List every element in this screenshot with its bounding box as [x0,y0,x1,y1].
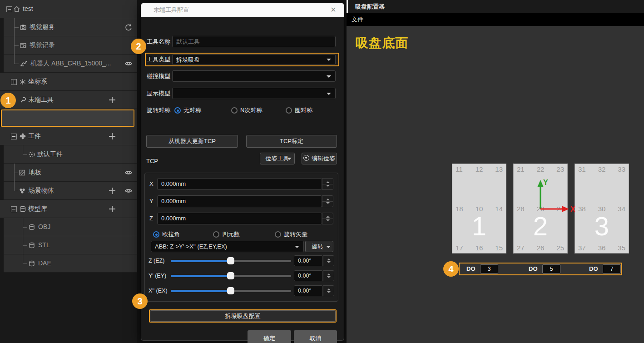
tree-item-workpieces[interactable]: 工件 [0,127,137,145]
tcp-y-input[interactable]: 0.000mm [157,195,322,207]
slider-x-handle[interactable] [227,287,234,294]
collapse-icon[interactable] [11,206,17,212]
radio-euler-angles[interactable] [153,231,159,238]
eye-icon[interactable] [124,169,133,177]
tree-item-stl[interactable]: STL [4,236,137,254]
collapse-icon[interactable] [11,134,17,139]
suction-zone-2[interactable]: 21 22 23 28 20 24 27 26 25 2 [513,164,568,254]
tcp-z-stepper[interactable] [322,213,333,224]
radio-no-symmetry[interactable] [174,107,181,114]
tree-line [14,64,19,64]
tcp-x-stepper[interactable] [322,178,333,190]
menu-file[interactable]: 文件 [347,13,368,26]
tree-item-vision-service[interactable]: 视觉服务 [4,18,137,36]
tree-item-end-tools[interactable]: 末端工具 [0,91,137,109]
slider-z-handle[interactable] [227,257,234,264]
tree-item-coordinate-system[interactable]: 坐标系 [0,73,137,91]
rotate-dropdown-button[interactable]: 旋转 [305,241,333,252]
workpiece-outline-icon [28,151,35,158]
step-badge-1: 1 [0,93,16,108]
chevron-down-icon [287,158,292,160]
cup-cell: 31 [578,165,586,175]
cup-cell: 23 [556,165,564,175]
suction-configurator-window: 吸盘配置器 文件 吸盘底面 11 12 13 18 10 14 17 16 15 [347,0,644,343]
tool-name-input[interactable]: 默认工具 [172,36,336,47]
radio-n-symmetry[interactable] [231,107,238,114]
radio-label[interactable]: N次对称 [240,106,262,115]
display-model-dropdown[interactable] [172,88,336,99]
eye-icon[interactable] [124,60,133,68]
tree-item-robot[interactable]: 机器人 ABB_CRB_15000_... [4,55,137,73]
tree-item-model-library[interactable]: 模型库 [0,200,137,218]
slider-y-value[interactable]: 0.00° [294,270,323,281]
record-icon [20,42,27,49]
tree-item-floor[interactable]: 地板 [4,164,137,182]
radio-label[interactable]: 四元数 [222,230,240,239]
tool-name-label: 工具名称 [147,36,170,47]
suction-zone-1[interactable]: 11 12 13 18 10 14 17 16 15 1 [452,164,506,254]
slider-z-stepper[interactable] [323,255,334,266]
slider-x-value[interactable]: 0.00° [294,285,323,296]
tcp-x-input[interactable]: 0.000mm [157,178,322,190]
tree-item-label: 模型库 [28,200,47,218]
refresh-icon[interactable] [124,23,133,31]
tree-item-obj[interactable]: OBJ [4,218,137,236]
step-badge-4: 4 [443,261,459,277]
radio-label[interactable]: 无对称 [183,106,201,115]
display-model-label: 显示模型 [147,88,170,99]
suction-config-button[interactable]: 拆垛吸盘配置 [150,310,336,322]
tcp-y-stepper[interactable] [322,195,333,207]
expand-icon[interactable] [11,79,17,85]
collapse-icon[interactable] [6,6,12,12]
plus-icon[interactable] [109,206,115,212]
tcp-z-input[interactable]: 0.000mm [157,213,322,224]
tool-name-placeholder: 默认工具 [173,36,335,47]
tree-item-project[interactable]: test [0,0,137,18]
plus-icon[interactable] [109,188,115,194]
dialog-titlebar[interactable]: 末端工具配置 ✕ [141,3,344,17]
eye-icon[interactable] [124,187,133,195]
plus-icon[interactable] [109,133,115,139]
slider-z-label: Z (EZ) [149,257,164,264]
ok-button[interactable]: 确定 [248,330,291,343]
slider-x-label: X'' (EX) [149,287,168,294]
radio-label[interactable]: 旋转矢量 [284,230,307,239]
radio-circular-symmetry[interactable] [286,107,292,114]
cup-cell: 15 [495,244,503,252]
tree-item-label: 工件 [28,127,41,145]
suction-zone-3[interactable]: 31 32 33 38 30 34 37 36 35 3 [575,164,629,254]
do-input-2[interactable]: 5 [542,264,560,273]
cup-cell: 38 [578,205,586,213]
tool-type-dropdown[interactable]: 拆垛吸盘 [172,54,336,65]
tree-item-dae[interactable]: DAE [4,254,137,273]
tcp-y-label: Y [149,195,154,207]
tree-item-scene-objects[interactable]: 场景物体 [4,182,137,200]
slider-x-stepper[interactable] [323,285,334,296]
close-icon[interactable]: ✕ [327,3,340,17]
cup-cell: 17 [456,244,463,252]
pose-tool-dropdown-button[interactable]: 位姿工具 [260,153,295,164]
tcp-calibration-button[interactable]: TCP标定 [246,135,337,148]
radio-rotation-vector[interactable] [275,231,281,238]
slider-z-value[interactable]: 0.00° [294,255,323,266]
do-input-3[interactable]: 7 [603,264,621,273]
do-input-1[interactable]: 3 [480,264,498,273]
update-tcp-button[interactable]: 从机器人更新TCP [146,135,238,148]
radio-label[interactable]: 欧拉角 [162,230,180,239]
cancel-button[interactable]: 取消 [294,330,337,343]
home-icon [13,5,20,13]
radio-label[interactable]: 圆对称 [295,106,312,115]
edit-pose-button[interactable]: 编辑位姿 [302,153,337,164]
do-label: DO [529,263,538,274]
do-label: DO [589,263,598,274]
cup-cell: 28 [517,205,525,213]
radio-quaternion[interactable] [213,231,219,238]
euler-convention-dropdown[interactable]: ABB: Z->Y'->X'' (EZ,EY,EX) [151,241,304,252]
tree-item-vision-record[interactable]: 视觉记录 [4,36,137,55]
plus-icon[interactable] [109,97,115,103]
window-titlebar[interactable]: 吸盘配置器 [347,0,644,13]
collision-model-dropdown[interactable] [172,70,336,82]
tree-item-default-workpiece[interactable]: 默认工件 [4,145,137,164]
slider-y-stepper[interactable] [323,270,334,281]
slider-y-handle[interactable] [227,272,234,279]
